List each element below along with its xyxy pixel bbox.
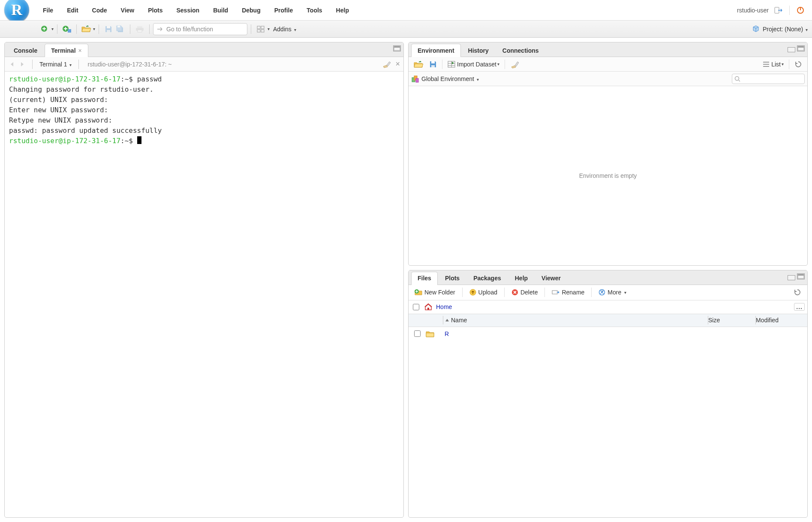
open-file-icon[interactable] xyxy=(81,24,91,34)
menu-profile[interactable]: Profile xyxy=(268,7,300,14)
env-search[interactable] xyxy=(732,74,805,84)
files-toolbar: New Folder Upload Delete Rename xyxy=(409,285,807,300)
menu-session[interactable]: Session xyxy=(169,7,206,14)
tab-viewer[interactable]: Viewer xyxy=(535,272,567,285)
sign-out-icon[interactable] xyxy=(774,6,783,15)
menu-tools[interactable]: Tools xyxy=(300,7,329,14)
select-all-checkbox[interactable] xyxy=(413,304,419,310)
tab-help[interactable]: Help xyxy=(508,272,534,285)
maximize-env-icon[interactable] xyxy=(797,45,805,51)
grid-view-caret[interactable]: ▾ xyxy=(268,27,270,31)
files-pane: Files Plots Packages Help Viewer xyxy=(408,270,808,518)
svg-rect-17 xyxy=(394,46,400,48)
env-search-input[interactable] xyxy=(732,74,805,84)
clear-workspace-icon[interactable] xyxy=(508,59,522,70)
svg-point-41 xyxy=(601,291,603,293)
console-terminal-pane: Console Terminal× xyxy=(4,42,404,518)
menu-view[interactable]: View xyxy=(114,7,141,14)
save-all-icon[interactable] xyxy=(115,24,126,34)
file-row[interactable]: R xyxy=(409,327,807,341)
breadcrumb-bar: Home ... xyxy=(409,300,807,314)
terminal-prev-icon[interactable] xyxy=(8,60,17,68)
menubar: R File Edit Code View Plots Session Buil… xyxy=(0,0,812,21)
menu-build[interactable]: Build xyxy=(206,7,235,14)
addins-menu[interactable]: Addins ▾ xyxy=(273,26,296,33)
breadcrumb-more-icon[interactable]: ... xyxy=(794,303,805,311)
file-name[interactable]: R xyxy=(443,330,709,337)
terminal-output[interactable]: rstudio-user@ip-172-31-6-17:~$ passwdCha… xyxy=(5,72,403,517)
menu-file[interactable]: File xyxy=(36,7,60,14)
svg-rect-39 xyxy=(552,291,557,294)
column-size-header[interactable]: Size xyxy=(708,317,755,324)
svg-rect-15 xyxy=(261,30,264,32)
tab-plots[interactable]: Plots xyxy=(439,272,466,285)
delete-button[interactable]: Delete xyxy=(508,286,541,298)
svg-rect-21 xyxy=(431,65,435,67)
refresh-env-icon[interactable] xyxy=(792,59,805,70)
tab-connections[interactable]: Connections xyxy=(496,44,545,57)
terminal-next-icon[interactable] xyxy=(18,60,27,68)
svg-rect-12 xyxy=(257,26,260,29)
rstudio-logo: R xyxy=(4,0,29,22)
tab-packages[interactable]: Packages xyxy=(467,272,508,285)
close-terminal-icon[interactable]: × xyxy=(395,60,400,69)
list-view-button[interactable]: List ▾ xyxy=(760,59,786,70)
rename-button[interactable]: Rename xyxy=(548,286,588,298)
menu-code[interactable]: Code xyxy=(85,7,114,14)
terminal-selector[interactable]: Terminal 1 ▾ xyxy=(39,61,72,68)
goto-placeholder: Go to file/function xyxy=(166,26,213,33)
tab-console[interactable]: Console xyxy=(7,44,44,57)
project-menu[interactable]: Project: (None) ▾ xyxy=(752,25,808,33)
quit-session-icon[interactable] xyxy=(796,6,805,15)
save-icon[interactable] xyxy=(103,24,114,34)
more-button[interactable]: More ▾ xyxy=(595,286,630,298)
search-icon xyxy=(734,76,740,82)
column-name-header[interactable]: Name xyxy=(443,317,708,324)
import-dataset-button[interactable]: Import Dataset ▾ xyxy=(445,59,502,70)
svg-rect-19 xyxy=(798,46,804,48)
svg-rect-7 xyxy=(107,30,110,32)
rstudio-app: R File Edit Code View Plots Session Buil… xyxy=(0,0,812,522)
files-column-header: Name Size Modified xyxy=(409,314,807,327)
refresh-files-icon[interactable] xyxy=(790,286,805,298)
env-empty-message: Environment is empty xyxy=(409,86,807,265)
upload-button[interactable]: Upload xyxy=(466,286,501,298)
grid-view-icon[interactable] xyxy=(256,24,266,34)
project-cube-icon xyxy=(752,26,761,33)
new-file-caret[interactable]: ▾ xyxy=(51,27,54,31)
goto-file-function[interactable]: Go to file/function xyxy=(153,23,247,35)
main-toolbar: ▾ ▾ Go to file/function ▾ Addins ▾ xyxy=(0,21,812,38)
svg-rect-6 xyxy=(107,26,110,28)
clear-terminal-icon[interactable] xyxy=(382,60,391,68)
open-file-caret[interactable]: ▾ xyxy=(93,27,95,31)
env-tabs: Environment History Connections xyxy=(409,42,807,57)
tab-environment[interactable]: Environment xyxy=(411,44,461,57)
tab-files[interactable]: Files xyxy=(411,272,438,285)
home-icon[interactable] xyxy=(424,303,433,311)
breadcrumb-home[interactable]: Home xyxy=(436,303,452,310)
new-folder-button[interactable]: New Folder xyxy=(411,286,459,298)
print-icon[interactable] xyxy=(135,24,145,34)
tab-history[interactable]: History xyxy=(462,44,495,57)
menu-plots[interactable]: Plots xyxy=(141,7,169,14)
maximize-pane-icon[interactable] xyxy=(393,45,401,51)
menu-help[interactable]: Help xyxy=(329,7,356,14)
content-area: Console Terminal× xyxy=(0,38,812,522)
minimize-env-icon[interactable] xyxy=(788,47,795,52)
terminal-path: rstudio-user@ip-172-31-6-17: ~ xyxy=(87,61,171,68)
tab-terminal[interactable]: Terminal× xyxy=(45,44,88,57)
scope-selector[interactable]: Global Environment ▾ xyxy=(421,75,479,82)
save-workspace-icon[interactable] xyxy=(427,59,439,70)
new-file-icon[interactable] xyxy=(39,24,50,34)
new-project-icon[interactable] xyxy=(62,24,72,34)
column-modified-header[interactable]: Modified xyxy=(756,317,807,324)
menu-edit[interactable]: Edit xyxy=(60,7,85,14)
minimize-files-icon[interactable] xyxy=(788,275,795,280)
env-scope-bar: Global Environment ▾ xyxy=(409,72,807,86)
load-workspace-icon[interactable] xyxy=(411,59,426,70)
file-row-checkbox[interactable] xyxy=(414,330,421,337)
close-tab-icon[interactable]: × xyxy=(78,47,82,54)
svg-point-32 xyxy=(735,76,739,80)
maximize-files-icon[interactable] xyxy=(797,273,805,279)
menu-debug[interactable]: Debug xyxy=(235,7,268,14)
